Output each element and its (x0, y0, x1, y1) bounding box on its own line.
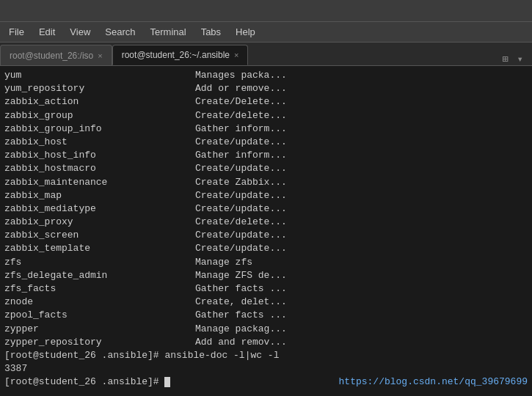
table-row: yum Manages packa... (4, 69, 528, 82)
table-row: zabbix_action Create/Delete... (4, 95, 528, 109)
table-row: zypper_repository Add and remov... (4, 336, 528, 349)
table-row: zpool_facts Gather facts ... (4, 309, 528, 322)
table-row: zabbix_proxy Create/delete... (4, 216, 528, 229)
table-row: zabbix_map Create/update... (4, 189, 528, 202)
table-row: zabbix_hostmacro Create/update... (4, 162, 528, 175)
table-row: zfs Manage zfs (4, 256, 528, 269)
output-line: 3387 (4, 362, 528, 375)
menu-view[interactable]: View (64, 25, 96, 39)
table-row: zfs_facts Gather facts ... (4, 282, 528, 296)
table-row: zabbix_host Create/update... (4, 136, 528, 149)
tab-actions: ⊞ ▾ (493, 53, 532, 65)
menu-help[interactable]: Help (230, 25, 261, 39)
table-row: zfs_delegate_admin Manage ZFS de... (4, 269, 528, 282)
table-row: znode Create, delet... (4, 296, 528, 309)
cursor (164, 377, 170, 387)
table-row: zabbix_group_info Gather inform... (4, 122, 528, 136)
title-bar (0, 0, 532, 22)
tab-ansible[interactable]: root@student_26:~/.ansible × (112, 45, 249, 65)
tab-iso-label: root@student_26:/iso (10, 51, 93, 61)
tab-ansible-label: root@student_26:~/.ansible (122, 50, 230, 60)
menu-search[interactable]: Search (99, 25, 141, 39)
table-row: zabbix_template Create/update... (4, 242, 528, 255)
menu-file[interactable]: File (3, 25, 30, 39)
menu-terminal[interactable]: Terminal (145, 25, 192, 39)
prompt-line: [root@student_26 .ansible]# https://blog… (4, 375, 528, 389)
table-row: zabbix_screen Create/update... (4, 229, 528, 242)
terminal: yum Manages packa...yum_repository Add o… (0, 66, 532, 396)
table-row: zabbix_group Create/delete... (4, 109, 528, 122)
menu-tabs[interactable]: Tabs (195, 25, 227, 39)
tab-iso[interactable]: root@student_26:/iso × (0, 45, 112, 65)
menu-bar: File Edit View Search Terminal Tabs Help (0, 22, 532, 43)
tab-dropdown-icon[interactable]: ▾ (514, 53, 526, 65)
table-row: zabbix_host_info Gather inform... (4, 149, 528, 162)
command-line: [root@student_26 .ansible]# ansible-doc … (4, 349, 528, 362)
menu-edit[interactable]: Edit (33, 25, 61, 39)
url-text: https://blog.csdn.net/qq_39679699 (170, 375, 528, 389)
tab-bar: root@student_26:/iso × root@student_26:~… (0, 43, 532, 66)
tab-iso-close[interactable]: × (98, 51, 102, 60)
table-row: zypper Manage packag... (4, 323, 528, 336)
table-row: zabbix_mediatype Create/update... (4, 202, 528, 216)
table-row: zabbix_maintenance Create Zabbix... (4, 176, 528, 189)
tab-ansible-close[interactable]: × (234, 51, 238, 59)
tab-search-icon[interactable]: ⊞ (499, 53, 511, 65)
table-row: yum_repository Add or remove... (4, 82, 528, 95)
